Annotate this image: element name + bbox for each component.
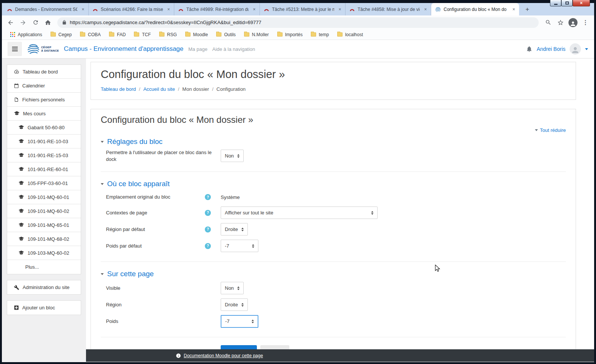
sidebar-item-add-block[interactable]: Ajouter un bloc	[7, 300, 81, 315]
nav-link-ma-page[interactable]: Ma page	[188, 46, 207, 52]
window-minimize-button[interactable]	[550, 0, 561, 6]
tab-close-icon[interactable]: ×	[80, 6, 86, 12]
bell-icon[interactable]	[526, 46, 533, 52]
select-arrows-icon	[371, 211, 373, 215]
bookmark-folder[interactable]: TCF	[130, 31, 154, 38]
folder-icon	[51, 32, 56, 37]
bookmark-apps[interactable]: Applications	[6, 31, 46, 38]
profile-button[interactable]	[568, 17, 578, 28]
graduation-cap-icon	[18, 167, 24, 171]
browser-tab[interactable]: Tâche #4858: Mise à jour de vid ×	[346, 3, 431, 15]
bookmark-folder[interactable]: Importés	[273, 31, 307, 38]
weight-select-focused[interactable]: -7	[221, 315, 258, 328]
bookmark-folder[interactable]: N.Moller	[240, 31, 273, 38]
browser-tab-active[interactable]: Configuration du bloc « Mon do ×	[431, 3, 519, 15]
help-icon[interactable]: ?	[205, 210, 211, 216]
tab-close-icon[interactable]: ×	[337, 6, 343, 12]
address-bar[interactable]: https://campus.cegepadistance.ca/?redire…	[57, 17, 539, 28]
site-title-link[interactable]: Campus - Environnement d'apprentissage	[64, 45, 183, 53]
default-region-select[interactable]: Droite	[221, 223, 248, 236]
form-row: Contextes de page ? Afficher sur tout le…	[101, 206, 566, 219]
home-button[interactable]	[43, 17, 53, 28]
bookmark-label: N.Moller	[252, 32, 269, 37]
bookmark-folder[interactable]: localhost	[333, 31, 367, 38]
bookmark-folder[interactable]: Outils	[212, 31, 240, 38]
nav-block-main: Tableau de bord Calendrier Fichiers pers…	[7, 64, 81, 274]
bookmark-folder[interactable]: COBA	[76, 31, 104, 38]
tab-close-icon[interactable]: ×	[166, 6, 172, 12]
browser-tab[interactable]: Demandes - Environnement SCI ×	[3, 3, 89, 15]
refresh-button[interactable]	[30, 17, 41, 28]
section-heading-on-this-page[interactable]: Sur cette page	[101, 270, 566, 278]
region-select[interactable]: Droite	[221, 298, 248, 311]
page-contexts-select[interactable]: Afficher sur tout le site	[221, 206, 378, 219]
hamburger-menu-button[interactable]	[8, 42, 22, 56]
sidebar-item-course[interactable]: 109-101-MQ-60-01	[7, 190, 81, 204]
user-name[interactable]: Andrei Boris	[537, 46, 565, 52]
back-button[interactable]	[5, 17, 16, 28]
window-close-button[interactable]: ×	[573, 0, 590, 6]
zoom-indicator-button[interactable]	[543, 17, 553, 28]
sidebar-item-private-files[interactable]: Fichiers personnels	[7, 93, 81, 107]
form-row: Emplacement original du bloc ? Système	[101, 191, 566, 203]
moodle-docs-link[interactable]: Documentation Moodle pour cette page	[184, 353, 263, 358]
collapse-all-link[interactable]: Tout réduire	[535, 127, 566, 133]
sidebar-item-course[interactable]: 101-901-RE-60-01	[7, 162, 81, 176]
bookmark-folder[interactable]: temp	[307, 31, 333, 38]
browser-tab[interactable]: Tâche #5213: Mettre à jour le m ×	[260, 3, 346, 15]
sidebar-item-course[interactable]: Gabarit 50-60-80	[7, 121, 81, 135]
help-icon[interactable]: ?	[205, 194, 211, 200]
sidebar-item-my-courses[interactable]: Mes cours	[7, 107, 81, 121]
section-heading-where[interactable]: Où ce bloc apparaît	[101, 180, 566, 188]
chrome-menu-button[interactable]: ⋮	[580, 17, 591, 28]
sidebar-item-course[interactable]: 109-101-MQ-60-02	[7, 204, 81, 218]
user-avatar[interactable]	[570, 43, 581, 55]
section-title: Réglages du bloc	[107, 138, 163, 146]
bookmark-folder[interactable]: FAD	[105, 31, 129, 38]
select-arrows-icon	[237, 154, 240, 158]
sidebar-item-course[interactable]: 109-103-MQ-60-02	[7, 246, 81, 260]
tab-close-icon[interactable]: ×	[422, 6, 429, 12]
browser-tab[interactable]: Scénarios #4266: Faire la mise à ×	[89, 3, 174, 15]
bookmark-folder[interactable]: Moodle	[181, 31, 212, 38]
tab-close-icon[interactable]: ×	[251, 6, 257, 12]
new-tab-button[interactable]: +	[522, 5, 533, 14]
select-value: Non	[225, 153, 234, 159]
breadcrumb-link-dashboard[interactable]: Tableau de bord	[101, 86, 136, 92]
sidebar-item-course[interactable]: 109-101-MQ-68-02	[7, 232, 81, 246]
sidebar-item-course[interactable]: 105-FPF-03-60-01	[7, 176, 81, 190]
sidebar-item-label: Tableau de bord	[23, 69, 58, 75]
cegep-logo[interactable]: CÉGEP À DISTANCE	[27, 43, 59, 55]
bookmark-folder[interactable]: Cegep	[47, 31, 75, 38]
dock-select[interactable]: Non	[221, 150, 244, 162]
help-icon[interactable]: ?	[205, 243, 211, 249]
window-maximize-button[interactable]	[561, 0, 573, 6]
sidebar-item-label: 109-101-MQ-60-01	[28, 194, 69, 200]
folder-icon	[109, 32, 114, 37]
bookmark-star-button[interactable]	[555, 17, 566, 28]
bookmark-label: Moodle	[193, 32, 208, 37]
nav-drawer: Tableau de bord Calendrier Fichiers pers…	[2, 58, 86, 362]
browser-tab[interactable]: Tâche #4989: Ré-intégration du ×	[174, 3, 260, 15]
field-label: Emplacement original du bloc	[101, 194, 205, 200]
sidebar-item-dashboard[interactable]: Tableau de bord	[7, 65, 81, 79]
tab-close-icon[interactable]: ×	[511, 6, 517, 12]
breadcrumb-link-site-home[interactable]: Accueil du site	[143, 86, 175, 92]
bookmark-folder[interactable]: RSG	[155, 31, 181, 38]
section-heading-block-settings[interactable]: Réglages du bloc	[101, 138, 566, 146]
sidebar-item-course[interactable]: 101-901-RE-10-03	[7, 135, 81, 148]
visible-select[interactable]: Non	[221, 282, 244, 294]
sidebar-item-course[interactable]: 109-101-MQ-65-01	[7, 218, 81, 232]
default-weight-select[interactable]: -7	[221, 240, 258, 252]
field-label: Contextes de page	[101, 210, 205, 216]
nav-link-aide[interactable]: Aide à la navigation	[212, 46, 255, 52]
help-icon[interactable]: ?	[205, 226, 211, 232]
sidebar-item-calendar[interactable]: Calendrier	[7, 79, 81, 93]
sidebar-item-more[interactable]: Plus...	[7, 260, 81, 274]
user-menu-caret-icon[interactable]	[585, 48, 588, 50]
forward-button[interactable]	[18, 17, 28, 28]
browser-tab-strip: Demandes - Environnement SCI × Scénarios…	[2, 3, 594, 15]
sidebar-item-site-admin[interactable]: Administration du site	[7, 280, 81, 295]
sidebar-item-label: Ajouter un bloc	[22, 305, 55, 310]
sidebar-item-course[interactable]: 101-901-RE-15-03	[7, 148, 81, 162]
